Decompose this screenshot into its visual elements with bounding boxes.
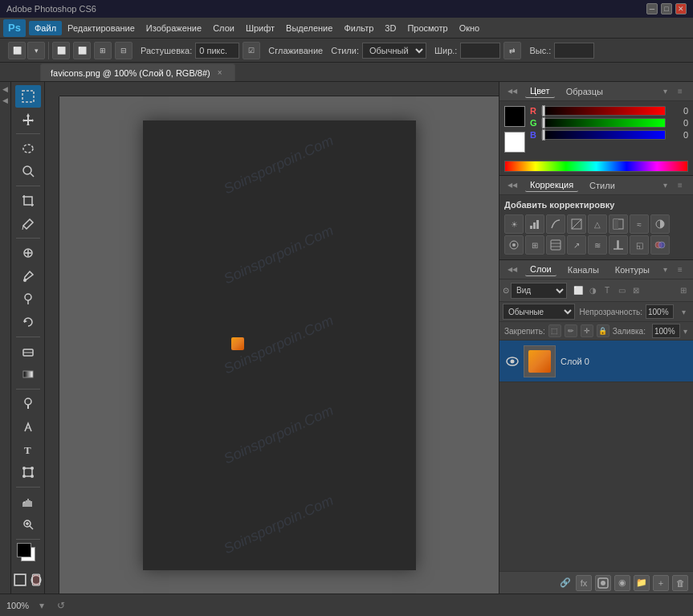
add-fx-btn[interactable]: fx [576,575,592,591]
bg-swatch[interactable] [504,132,525,153]
menu-image[interactable]: Изображение [141,21,207,35]
adj-colorlookup-btn[interactable] [546,235,565,255]
filter-pixel-btn[interactable]: ⬜ [572,284,585,297]
marquee-rect-btn[interactable]: ⬜ [8,42,26,59]
width-input[interactable] [460,43,500,59]
color-boxes[interactable] [17,543,39,565]
adj-threshold-btn[interactable] [609,235,628,255]
adj-curves-btn[interactable] [546,214,565,234]
foreground-color-swatch[interactable] [17,543,31,557]
adj-invert-btn[interactable]: ↗ [567,235,586,255]
fill-dropdown[interactable]: ▾ [683,324,688,337]
color-tab[interactable]: Цвет [525,84,555,98]
b-slider-thumb[interactable] [542,129,545,141]
swap-dimensions-btn[interactable]: ⇄ [503,42,521,59]
left-panel-collapse[interactable]: ◀ ◀ [0,82,11,594]
filter-toggle[interactable]: ⊞ [677,284,690,297]
menu-select[interactable]: Выделение [280,21,338,35]
tool-option-4[interactable]: ⊟ [115,42,132,59]
lasso-tool[interactable] [15,137,41,160]
adj-vibrance-btn[interactable]: △ [588,214,607,234]
swatches-tab[interactable]: Образцы [561,85,608,98]
smooth-checkbox[interactable]: ☑ [243,42,260,59]
maximize-button[interactable]: □ [661,3,672,14]
standard-mode-btn[interactable] [13,573,27,587]
opacity-input[interactable] [646,304,674,319]
filter-smart-btn[interactable]: ⊠ [630,284,642,297]
crop-tool[interactable] [15,190,41,212]
marquee-options-btn[interactable]: ▾ [27,42,45,59]
document-tab[interactable]: favicons.png @ 100% (Слой 0, RGB/8#) × [40,63,235,81]
layer-visibility-btn[interactable] [506,355,519,368]
menu-file[interactable]: Файл [29,21,62,35]
new-fill-layer-btn[interactable]: ◉ [614,575,630,591]
menu-font[interactable]: Шрифт [240,21,280,35]
filter-adjust-btn[interactable]: ◑ [586,284,599,297]
adj-panel-collapse[interactable]: ▾ [663,181,667,190]
adj-exposure-btn[interactable] [567,214,586,234]
paths-tab[interactable]: Контуры [610,263,654,276]
path-select-tool[interactable] [15,461,41,483]
delete-layer-btn[interactable]: 🗑 [672,575,688,591]
marquee-tool[interactable] [15,85,41,108]
menu-3d[interactable]: 3D [379,21,402,35]
eyedropper-tool[interactable] [15,213,41,235]
layers-panel-menu[interactable]: ≡ [674,263,687,276]
fill-input[interactable] [652,324,680,338]
adj-photofilter-btn[interactable] [504,235,524,255]
adj-brightness-btn[interactable]: ☀ [504,214,524,234]
dodge-tool[interactable] [15,393,41,415]
window-controls[interactable]: ─ □ ✕ [646,3,687,14]
layers-panel-left-arrow[interactable]: ◀◀ [506,266,519,273]
fg-swatch[interactable] [504,106,525,127]
status-arrow-btn[interactable]: ▾ [35,599,48,612]
r-slider[interactable] [541,106,666,116]
style-select[interactable]: Обычный [362,43,426,59]
menu-edit[interactable]: Редактирование [62,21,141,35]
status-refresh-btn[interactable]: ↺ [55,599,67,612]
canvas-content[interactable]: Soinsporpoin.Com Soinsporpoin.Com Soinsp… [59,96,499,594]
layers-tab[interactable]: Слои [525,263,556,276]
color-panel-menu[interactable]: ≡ [674,85,687,98]
healing-tool[interactable] [15,242,41,264]
adj-panel-left-arrow[interactable]: ◀◀ [506,182,519,189]
hand-tool[interactable] [15,491,41,513]
height-input[interactable] [554,43,594,59]
lock-position-btn[interactable]: ✏ [565,324,577,337]
quick-select-tool[interactable] [15,161,41,183]
layer-item-0[interactable]: Слой 0 [499,341,693,382]
r-slider-thumb[interactable] [542,105,545,116]
menu-layers[interactable]: Слои [207,21,240,35]
b-slider[interactable] [541,130,666,140]
menu-filter[interactable]: Фильтр [338,21,379,35]
pen-tool[interactable] [15,415,41,438]
adj-levels-btn[interactable] [525,214,544,234]
filter-type-btn[interactable]: T [601,284,614,297]
eraser-tool[interactable] [15,341,41,363]
history-tool[interactable] [15,311,41,333]
correction-tab[interactable]: Коррекция [525,178,578,192]
styles-tab[interactable]: Стили [585,179,620,192]
tool-option-2[interactable]: ⬜ [73,42,91,59]
zoom-tool[interactable] [15,513,41,536]
layers-link-btn[interactable]: 🔗 [558,576,573,590]
new-layer-btn[interactable]: + [653,575,669,591]
color-spectrum[interactable] [504,161,688,172]
g-slider[interactable] [541,118,666,128]
tool-option-3[interactable]: ⊞ [94,42,112,59]
adj-channelmixer-btn[interactable]: ⊞ [525,235,544,255]
layers-panel-collapse[interactable]: ▾ [663,265,667,274]
g-slider-thumb[interactable] [542,117,545,129]
lock-pixels-btn[interactable]: ⬚ [548,324,561,337]
adj-hsl-btn[interactable] [609,214,628,234]
channels-tab[interactable]: Каналы [563,263,604,276]
brush-tool[interactable] [15,265,41,288]
add-mask-btn[interactable] [595,575,611,591]
gradient-tool[interactable] [15,363,41,386]
feather-input[interactable] [195,43,239,59]
adj-gradientmap-btn[interactable]: ◱ [630,235,649,255]
opacity-dropdown[interactable]: ▾ [677,305,690,318]
color-panel-left-arrow[interactable]: ◀◀ [506,88,519,95]
quick-mask-btn[interactable] [29,573,43,587]
clone-tool[interactable] [15,288,41,310]
